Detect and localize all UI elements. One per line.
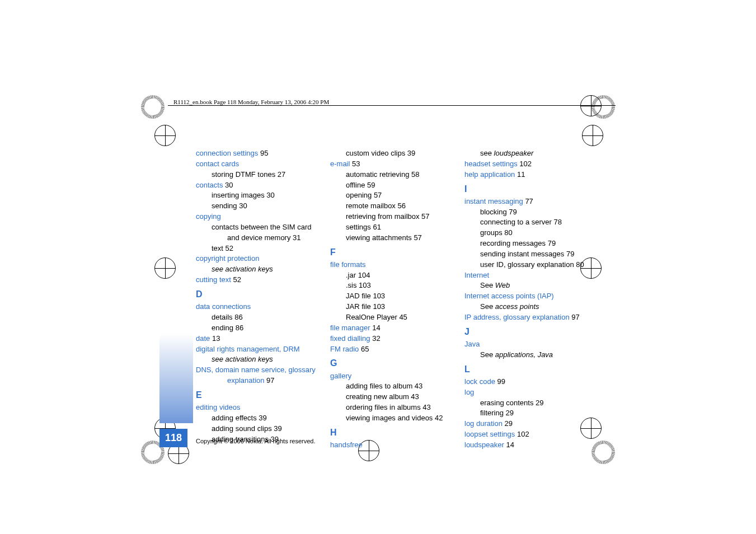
index-entry: blocking 79 <box>464 207 588 218</box>
index-entry: Internet access points (IAP) <box>464 291 588 302</box>
index-entry: JAD file 103 <box>330 291 453 302</box>
registration-mark <box>154 257 176 279</box>
registration-mark <box>582 125 603 146</box>
index-entry: see activation keys <box>196 264 319 275</box>
index-entry: DNS, domain name service, glossary <box>196 365 319 376</box>
index-entry: custom video clips 39 <box>330 148 453 159</box>
index-entry: See access points <box>464 302 588 312</box>
index-entry: recording messages 79 <box>464 238 588 249</box>
index-column-2: custom video clips 39e-mail 53automatic … <box>330 148 453 451</box>
index-entry: contact cards <box>196 159 319 170</box>
index-entry: file formats <box>330 260 453 270</box>
index-entry: E <box>196 388 319 401</box>
header-rule <box>168 105 616 106</box>
index-entry: date 13 <box>196 334 319 344</box>
index-entry: J <box>464 325 588 338</box>
index-entry: adding effects 39 <box>196 413 319 424</box>
printer-mark <box>141 95 165 119</box>
running-header: R1112_en.book Page 118 Monday, February … <box>173 99 332 105</box>
index-entry: contacts between the SIM card <box>196 222 319 233</box>
index-entry: text 52 <box>196 243 319 254</box>
index-entry: viewing attachments 57 <box>330 233 453 243</box>
index-entry: connecting to a server 78 <box>464 217 588 228</box>
index-entry: copyright protection <box>196 254 319 264</box>
index-entry: connection settings 95 <box>196 148 319 159</box>
index-entry: ordering files in albums 43 <box>330 402 453 413</box>
index-entry: loudspeaker 14 <box>464 440 588 451</box>
index-entry: filtering 29 <box>464 408 588 419</box>
index-entry: erasing contents 29 <box>464 398 588 409</box>
index-entry: ending 86 <box>196 323 319 334</box>
index-entry: storing DTMF tones 27 <box>196 170 319 180</box>
margin-gradient <box>159 334 193 423</box>
index-entry: F <box>330 246 453 259</box>
index-entry: G <box>330 357 453 369</box>
index-content: connection settings 95contact cardsstori… <box>196 148 588 451</box>
index-entry: JAR file 103 <box>330 302 453 312</box>
index-entry: .sis 103 <box>330 280 453 291</box>
index-entry: opening 57 <box>330 190 453 201</box>
index-entry: FM radio 65 <box>330 344 453 355</box>
index-entry: digital rights management, DRM <box>196 344 319 355</box>
index-entry: settings 61 <box>330 222 453 233</box>
index-entry: cutting text 52 <box>196 275 319 285</box>
index-entry: fixed dialling 32 <box>330 334 453 344</box>
index-entry: adding files to album 43 <box>330 381 453 392</box>
index-entry: gallery <box>330 371 453 382</box>
registration-mark <box>580 95 602 116</box>
index-entry: lock code 99 <box>464 377 588 387</box>
index-entry: .jar 104 <box>330 270 453 281</box>
index-entry: details 86 <box>196 312 319 323</box>
index-entry: copying <box>196 212 319 222</box>
index-entry: sending instant messages 79 <box>464 249 588 260</box>
index-entry: e-mail 53 <box>330 159 453 170</box>
index-entry: instant messaging 77 <box>464 196 588 207</box>
index-entry: loopset settings 102 <box>464 429 588 440</box>
index-entry: retrieving from mailbox 57 <box>330 212 453 222</box>
page-number: 118 <box>159 429 187 447</box>
index-entry: See Web <box>464 280 588 291</box>
index-entry: offline 59 <box>330 180 453 191</box>
index-entry: H <box>330 426 453 439</box>
index-entry: I <box>464 182 588 195</box>
index-entry: remote mailbox 56 <box>330 201 453 212</box>
index-entry: explanation 97 <box>196 376 319 386</box>
index-entry: adding sound clips 39 <box>196 424 319 434</box>
index-entry: log <box>464 387 588 398</box>
index-entry: automatic retrieving 58 <box>330 170 453 180</box>
index-entry: Java <box>464 339 588 350</box>
index-entry: contacts 30 <box>196 180 319 191</box>
index-entry: handsfree <box>330 440 453 451</box>
index-column-3: see loudspeakerheadset settings 102help … <box>464 148 588 451</box>
index-entry: D <box>196 288 319 301</box>
index-entry: IP address, glossary explanation 97 <box>464 312 588 323</box>
index-entry: data connections <box>196 302 319 312</box>
copyright-text: Copyright © 2006 Nokia. All rights reser… <box>196 438 316 444</box>
index-entry: viewing images and videos 42 <box>330 413 453 424</box>
index-entry: see loudspeaker <box>464 148 588 159</box>
index-entry: user ID, glossary explanation 80 <box>464 260 588 270</box>
index-entry: inserting images 30 <box>196 190 319 201</box>
index-entry: headset settings 102 <box>464 159 588 170</box>
index-entry: file manager 14 <box>330 323 453 334</box>
index-entry: see activation keys <box>196 354 319 365</box>
index-entry: and device memory 31 <box>196 233 319 243</box>
index-entry: creating new album 43 <box>330 392 453 402</box>
printer-mark <box>591 441 615 464</box>
index-column-1: connection settings 95contact cardsstori… <box>196 148 319 451</box>
index-entry: L <box>464 363 588 376</box>
index-entry: editing videos <box>196 402 319 413</box>
registration-mark <box>154 125 176 146</box>
index-entry: help application 11 <box>464 170 588 180</box>
index-entry: groups 80 <box>464 228 588 238</box>
index-entry: log duration 29 <box>464 419 588 429</box>
index-entry: Internet <box>464 270 588 281</box>
index-entry: sending 30 <box>196 201 319 212</box>
index-entry: See applications, Java <box>464 350 588 360</box>
index-entry: RealOne Player 45 <box>330 312 453 323</box>
